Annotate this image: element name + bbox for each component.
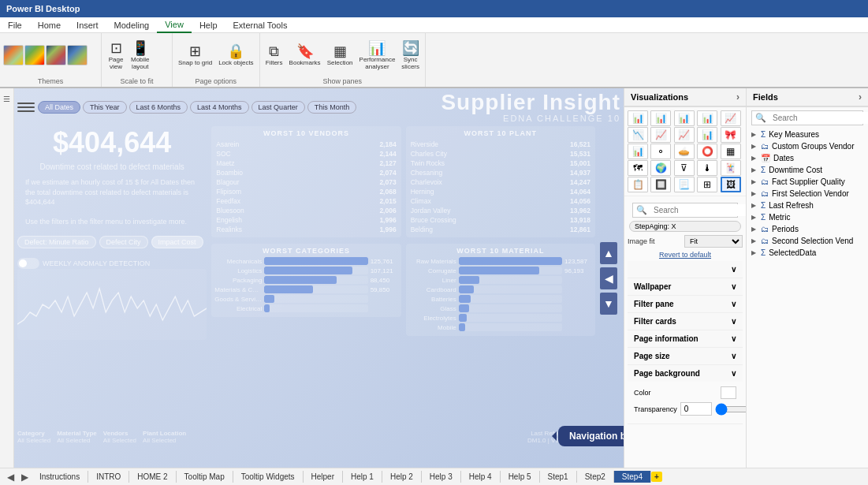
filter-cards-header[interactable]: Filter cards ∨	[628, 313, 743, 330]
viz-search-box[interactable]: 🔍	[632, 203, 738, 218]
viz-icon-waterfall[interactable]: 📊	[628, 144, 648, 159]
viz-icon-funnel[interactable]: ⊽	[674, 160, 695, 176]
field-fact-supplier[interactable]: ▶ 🗂 Fact Supplier Quality	[747, 176, 868, 188]
viz-icon-line-col[interactable]: 📊	[697, 127, 717, 143]
date-filter-last-quarter[interactable]: Last Quarter	[251, 101, 305, 114]
sidebar-toggle-icon[interactable]: ☰	[3, 95, 10, 103]
viz-icon-card[interactable]: 🃏	[721, 160, 741, 176]
theme-swatch-2[interactable]	[24, 45, 45, 65]
tab-step2[interactable]: Step2	[577, 471, 614, 483]
fields-search-box[interactable]: 🔍	[751, 110, 863, 125]
tab-helper[interactable]: Helper	[304, 471, 343, 483]
viz-search-input[interactable]	[650, 204, 746, 216]
field-selected-data[interactable]: ▶ Σ SelectedData	[747, 247, 868, 259]
tab-nav-left[interactable]: ◀	[3, 470, 17, 484]
snap-to-grid-btn[interactable]: ⊞ Snap to grid	[176, 43, 214, 68]
page-alignment-header[interactable]: ∨	[628, 261, 743, 278]
field-key-measures[interactable]: ▶ Σ Key Measures	[747, 129, 868, 140]
tab-home2[interactable]: HOME 2	[129, 471, 176, 483]
viz-icon-image[interactable]: 🖼	[721, 177, 741, 192]
field-custom-groups[interactable]: ▶ 🗂 Custom Groups Vendor	[747, 140, 868, 152]
tab-step4[interactable]: Step4	[614, 471, 651, 483]
selection-btn[interactable]: ▦ Selection	[325, 43, 356, 68]
tab-help[interactable]: Help	[192, 17, 225, 32]
wallpaper-header[interactable]: Wallpaper ∨	[628, 278, 743, 295]
viz-icon-gauge[interactable]: 🌡	[697, 160, 717, 176]
anomaly-toggle[interactable]	[17, 258, 39, 269]
tab-help5[interactable]: Help 5	[501, 471, 540, 483]
viz-icon-map[interactable]: 🗺	[628, 160, 648, 176]
page-view-btn[interactable]: ⊡ Page view	[105, 39, 127, 72]
nav-up-btn[interactable]: ▲	[600, 242, 617, 264]
date-filter-this-month[interactable]: This Month	[307, 101, 357, 114]
filter-btn-defect-city[interactable]: Defect City	[99, 236, 148, 248]
lock-objects-btn[interactable]: 🔒 Lock objects	[216, 43, 255, 68]
page-bg-header[interactable]: Page background ∨	[628, 365, 743, 382]
viz-icon-ribbon[interactable]: 🎀	[721, 127, 741, 143]
field-dates[interactable]: ▶ 📅 Dates	[747, 152, 868, 164]
viz-icon-stacked-col[interactable]: 📈	[721, 110, 741, 126]
fields-search-input[interactable]	[769, 112, 868, 124]
viz-icon-stacked-bar[interactable]: 📊	[650, 110, 671, 126]
viz-icon-kpi[interactable]: 📋	[628, 177, 648, 192]
date-filter-last-6m[interactable]: Last 6 Months	[129, 101, 188, 114]
tab-help2[interactable]: Help 2	[382, 471, 422, 483]
field-second-selection[interactable]: ▶ 🗂 Second Selection Vend	[747, 235, 868, 247]
fields-panel-close[interactable]: ›	[859, 91, 862, 103]
viz-icon-line[interactable]: 📈	[650, 127, 671, 143]
theme-swatch-3[interactable]	[46, 45, 66, 65]
viz-icon-donut[interactable]: ⭕	[697, 144, 717, 159]
field-periods[interactable]: ▶ 🗂 Periods	[747, 223, 868, 235]
filter-btn-impact-cost[interactable]: Impact Cost	[151, 236, 203, 248]
tab-help4[interactable]: Help 4	[461, 471, 501, 483]
viz-icon-bar[interactable]: 📊	[628, 110, 648, 126]
transparency-slider[interactable]	[715, 403, 746, 416]
viz-icon-clustered-bar[interactable]: 📊	[697, 110, 717, 126]
field-last-refresh[interactable]: ▶ Σ Last Refresh	[747, 200, 868, 211]
page-info-header[interactable]: Page information ∨	[628, 330, 743, 347]
transparency-input[interactable]	[680, 402, 712, 416]
performance-analyser-btn[interactable]: 📊 Performanceanalyser	[357, 39, 398, 72]
date-filter-all-dates[interactable]: All Dates	[38, 101, 80, 114]
sync-slicers-btn[interactable]: 🔄 Syncslicers	[399, 39, 422, 72]
date-filter-last-4m[interactable]: Last 4 Months	[190, 101, 249, 114]
viz-icon-treemap[interactable]: ▦	[721, 144, 741, 159]
tab-insert[interactable]: Insert	[69, 17, 106, 32]
tab-help1[interactable]: Help 1	[343, 471, 382, 483]
add-page-btn[interactable]: +	[651, 472, 662, 482]
tab-tooltip-map[interactable]: Tooltip Map	[177, 471, 233, 483]
tab-external-tools[interactable]: External Tools	[225, 17, 296, 32]
viz-icon-scatter[interactable]: ⚬	[650, 144, 671, 159]
bookmarks-btn[interactable]: 🔖 Bookmarks	[287, 43, 323, 68]
tab-view[interactable]: View	[157, 17, 192, 33]
field-first-selection[interactable]: ▶ 🗂 First Selection Vendor	[747, 188, 868, 200]
image-fit-select[interactable]: Fit	[684, 235, 743, 248]
viz-icon-table[interactable]: 📃	[674, 177, 695, 192]
tab-modeling[interactable]: Modeling	[106, 17, 158, 32]
filter-btn-defect-minute[interactable]: Defect: Minute Ratio	[17, 236, 96, 248]
page-size-header[interactable]: Page size ∨	[628, 348, 743, 364]
nav-left-btn[interactable]: ◀	[600, 267, 617, 289]
revert-to-default-btn[interactable]: Revert to default	[628, 251, 743, 259]
date-filter-this-year[interactable]: This Year	[83, 101, 127, 114]
hamburger-menu[interactable]	[17, 99, 35, 116]
filter-pane-header[interactable]: Filter pane ∨	[628, 296, 743, 312]
field-metric[interactable]: ▶ Σ Metric	[747, 211, 868, 223]
field-downtime-cost[interactable]: ▶ Σ Downtime Cost	[747, 164, 868, 176]
viz-icon-slicer[interactable]: 🔲	[650, 177, 671, 192]
color-picker[interactable]	[721, 386, 736, 399]
tab-help3[interactable]: Help 3	[422, 471, 461, 483]
tab-intro[interactable]: INTRO	[88, 471, 129, 483]
viz-icon-pie[interactable]: 🥧	[674, 144, 695, 159]
filters-btn[interactable]: ⧉ Filters	[263, 43, 285, 68]
theme-swatch-1[interactable]	[3, 45, 24, 65]
viz-panel-close[interactable]: ›	[736, 91, 739, 103]
tab-file[interactable]: File	[0, 17, 30, 32]
nav-down-btn[interactable]: ▼	[600, 293, 617, 315]
tab-instructions[interactable]: Instructions	[32, 471, 88, 483]
theme-swatch-4[interactable]	[67, 45, 88, 65]
tab-home[interactable]: Home	[30, 17, 69, 32]
mobile-layout-btn[interactable]: 📱 Mobile layout	[129, 39, 152, 72]
tab-nav-right[interactable]: ▶	[17, 470, 32, 484]
viz-icon-100-bar[interactable]: 📊	[674, 110, 695, 126]
